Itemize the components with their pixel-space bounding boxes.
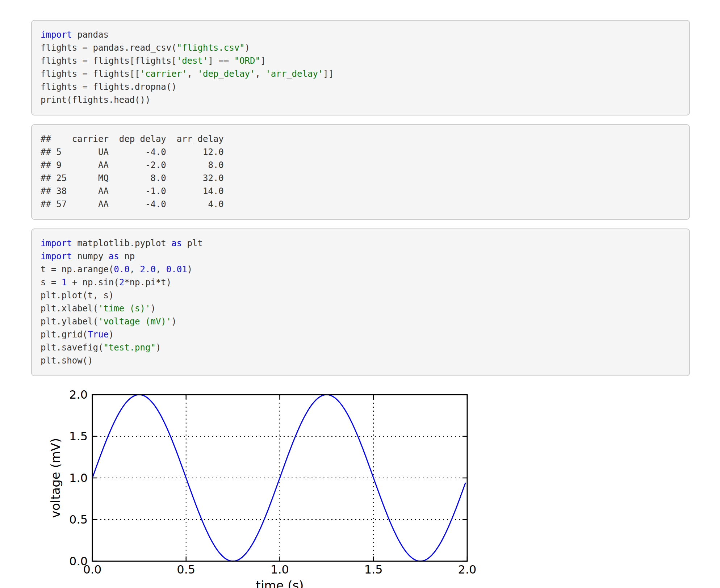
code-block-pandas: import pandas flights = pandas.read_csv(… xyxy=(31,20,690,116)
y-tick-label: 2.0 xyxy=(69,388,88,402)
plot-figure: 0.00.51.01.52.00.00.51.01.52.0time (s)vo… xyxy=(31,369,495,588)
x-tick-label: 2.0 xyxy=(458,563,477,576)
voltage-time-plot: 0.00.51.01.52.00.00.51.01.52.0time (s)vo… xyxy=(31,369,495,588)
y-tick-label: 0.0 xyxy=(69,554,88,568)
y-tick-label: 0.5 xyxy=(69,513,88,526)
rmarkdown-document: import pandas flights = pandas.read_csv(… xyxy=(31,20,690,385)
output-block-dataframe: ## carrier dep_delay arr_delay ## 5 UA -… xyxy=(31,124,690,220)
x-tick-label: 1.5 xyxy=(364,563,383,576)
code-matplotlib: import matplotlib.pyplot as plt import n… xyxy=(41,238,203,366)
dataframe-head-text: ## carrier dep_delay arr_delay ## 5 UA -… xyxy=(41,134,224,209)
x-axis-label: time (s) xyxy=(256,578,304,588)
y-tick-label: 1.0 xyxy=(69,471,88,485)
y-tick-label: 1.5 xyxy=(69,429,88,443)
x-tick-label: 0.5 xyxy=(177,563,195,576)
y-axis-label: voltage (mV) xyxy=(48,438,63,518)
code-pandas: import pandas flights = pandas.read_csv(… xyxy=(41,30,334,105)
x-tick-label: 1.0 xyxy=(271,563,289,576)
code-block-matplotlib: import matplotlib.pyplot as plt import n… xyxy=(31,228,690,376)
